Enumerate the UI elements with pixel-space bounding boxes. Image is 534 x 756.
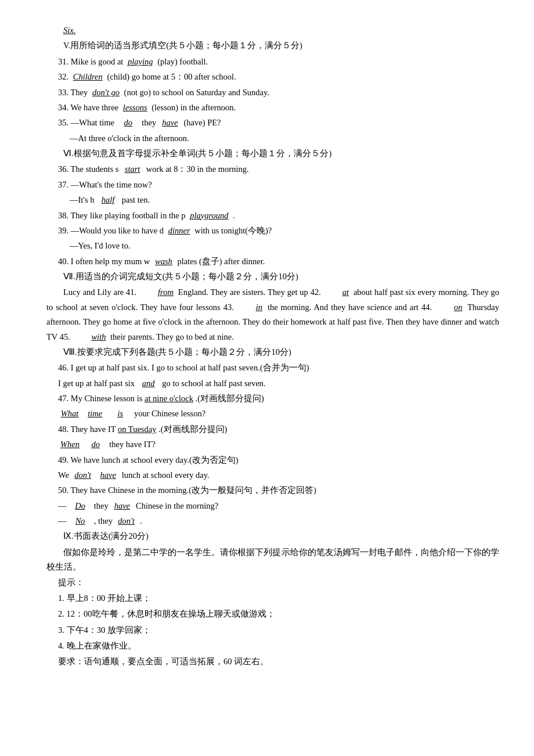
writing-tips: 提示： 1. 早上8：00 开始上课； 2. 12：00吃午餐，休息时和朋友在操… (58, 575, 499, 669)
section6-title: Ⅵ.根据句意及首字母提示补全单词(共５小题；每小题１分，满分５分) (46, 146, 499, 161)
q47: 47. My Chinese lesson is at nine o'clock… (58, 391, 499, 406)
q47-answer: What time is your Chinese lesson? (58, 406, 499, 421)
q50-answer2: — No , they don't . (58, 514, 499, 528)
q37-answer: —It's h half past ten. (70, 193, 499, 207)
writing-intro: 假如你是玲玲，是第二中学的一名学生。请你根据下列提示给你的笔友汤姆写一封电子邮件… (46, 545, 499, 575)
q46: 46. I get up at half past six. I go to s… (58, 361, 499, 375)
tip3: 3. 下午4：30 放学回家； (58, 623, 499, 638)
q48-answer: When do they have IT? (58, 437, 499, 452)
q50-answer1: — Do they have Chinese in the morning? (58, 499, 499, 513)
header-answer: Six. (46, 23, 499, 38)
q35: 35. —What time do they have (have) PE? (58, 116, 499, 130)
q35-answer: —At three o'clock in the afternoon. (70, 131, 499, 146)
q49: 49. We have lunch at school every day.(改… (58, 453, 499, 467)
q48: 48. They have IT on Tuesday .(对画线部分提问) (58, 422, 499, 437)
tips-title: 提示： (58, 575, 499, 590)
section8-title: Ⅷ.按要求完成下列各题(共５小题；每小题２分，满分10分) (46, 345, 499, 359)
section5-title: V.用所给词的适当形式填空(共５小题；每小题１分，满分５分) (46, 38, 499, 53)
q37: 37. —What's the time now? (58, 178, 499, 192)
q50: 50. They have Chinese in the morning.(改为… (58, 483, 499, 498)
section9-title: Ⅸ.书面表达(满分20分) (46, 529, 499, 543)
q31: 31. Mike is good at playing (play) footb… (58, 55, 499, 69)
passage: Lucy and Lily are 41. from England. They… (46, 285, 499, 344)
q39-answer: —Yes, I'd love to. (70, 239, 499, 253)
tip4: 4. 晚上在家做作业。 (58, 639, 499, 653)
q36: 36. The students s start work at 8：30 in… (58, 162, 499, 177)
tip2: 2. 12：00吃午餐，休息时和朋友在操场上聊天或做游戏； (58, 607, 499, 621)
requirement: 要求：语句通顺，要点全面，可适当拓展，60 词左右。 (58, 654, 499, 669)
page-content: Six. V.用所给词的适当形式填空(共５小题；每小题１分，满分５分) 31. … (46, 23, 499, 669)
tip1: 1. 早上8：00 开始上课； (58, 591, 499, 606)
q39: 39. —Would you like to have d dinner wit… (58, 224, 499, 238)
q32: 32. Children (child) go home at 5：00 aft… (58, 70, 499, 84)
q38: 38. They like playing football in the p … (58, 208, 499, 223)
q40: 40. I often help my mum w wash plates (盘… (58, 254, 499, 269)
q49-answer: We don't have lunch at school every day. (58, 468, 499, 483)
section7-title: Ⅶ.用适当的介词完成短文(共５小题；每小题２分，满分10分) (46, 269, 499, 284)
q34: 34. We have three lessons (lesson) in th… (58, 100, 499, 115)
q33: 33. They don't go (not go) to school on … (58, 85, 499, 100)
q46-answer: I get up at half past six and go to scho… (58, 376, 499, 391)
